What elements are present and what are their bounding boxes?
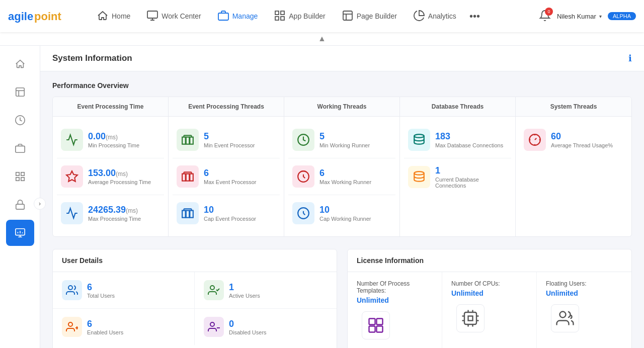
svg-rect-39 [182, 211, 186, 218]
total-users-icon [62, 280, 82, 300]
nav-workcenter[interactable]: Work Center [139, 6, 208, 27]
cap-working-label: Cap Working Runner [319, 216, 371, 222]
min-working-icon [292, 129, 314, 151]
section-header: System Information ℹ [40, 46, 644, 71]
avg-thread-label: Average Thread Usage% [551, 142, 613, 148]
svg-rect-2 [147, 11, 157, 18]
svg-text:agile: agile [8, 10, 33, 23]
perf-min-processing-val: 0.00(ms) [88, 131, 139, 142]
nav-home[interactable]: Home [90, 6, 137, 27]
avg-thread-icon [524, 129, 546, 151]
min-processing-icon-box [61, 129, 83, 151]
perf-avg-thread: 60 Average Thread Usage% [520, 122, 627, 158]
col-database-threads: Database Threads 183 Max Database Connec… [400, 97, 516, 236]
svg-rect-9 [343, 11, 352, 20]
svg-rect-62 [464, 312, 476, 324]
perf-max-processing: 24265.39(ms) Max Processing Time [57, 195, 164, 231]
svg-rect-59 [377, 319, 383, 325]
license-grid: Number Of Process Templates: Unlimited N… [348, 272, 631, 348]
enabled-users-num: 6 [87, 319, 123, 329]
sidebar-item-chart[interactable] [6, 79, 34, 105]
sidebar-item-grid[interactable] [6, 163, 34, 190]
user-details-title: User Details [53, 249, 337, 272]
svg-rect-17 [16, 172, 19, 176]
disabled-users-num: 0 [229, 319, 267, 329]
collapse-bar[interactable]: ▲ [0, 32, 644, 46]
svg-rect-28 [186, 137, 190, 144]
cap-working-icon [292, 202, 314, 224]
license-process-val: Unlimited [357, 296, 389, 304]
active-users-stat: 1 Active Users [195, 272, 337, 309]
user-menu[interactable]: Nilesh Kumar ▾ [557, 13, 602, 20]
max-event-label: Max Event Processor [204, 179, 257, 185]
disabled-users-stat: 0 Disabled Users [195, 309, 337, 345]
col-event-threads: Event Processing Threads 5 Min Event Pro… [169, 97, 284, 236]
chevron-up-icon: ▲ [318, 34, 326, 43]
sidebar-expand-button[interactable]: › [34, 198, 46, 210]
col-header-database: Database Threads [400, 97, 515, 117]
license-cpu-val: Unlimited [451, 289, 484, 297]
svg-rect-7 [275, 17, 279, 20]
max-event-val: 6 [204, 168, 257, 179]
col-header-event-threads: Event Processing Threads [169, 97, 284, 117]
perf-grid: Event Processing Time 0.00(ms) Min Proce… [52, 97, 632, 237]
sidebar-item-clock[interactable] [6, 107, 34, 133]
sidebar-item-lock[interactable] [6, 192, 34, 218]
col-header-system: System Threads [516, 97, 631, 117]
logo[interactable]: agile point [8, 7, 73, 25]
nav-items: Home Work Center Manage App Builder Page… [90, 6, 539, 27]
info-icon[interactable]: ℹ [628, 53, 632, 64]
total-users-num: 6 [87, 282, 115, 293]
cap-working-info: 10 Cap Working Runner [319, 205, 371, 222]
license-floating-icon-row [546, 299, 584, 337]
total-users-stat: 6 Total Users [53, 272, 195, 309]
perf-max-event: 6 Max Event Processor [173, 158, 280, 195]
svg-rect-16 [15, 146, 24, 152]
svg-point-49 [414, 171, 424, 175]
min-working-info: 5 Min Working Runner [319, 131, 370, 148]
sidebar-item-home[interactable] [6, 51, 34, 77]
svg-rect-29 [190, 137, 193, 144]
nav-more[interactable]: ••• [465, 7, 484, 26]
perf-cap-working: 10 Cap Working Runner [288, 195, 395, 231]
sidebar: › [0, 46, 40, 348]
max-working-icon [292, 165, 314, 188]
license-process-icon-row [357, 306, 395, 344]
nav-manage[interactable]: Manage [210, 6, 265, 27]
cur-db-label: Current Database Connections [435, 177, 507, 189]
license-floating-val: Unlimited [546, 289, 578, 297]
license-process-icon-box [362, 311, 390, 339]
col-event-processing-time: Event Processing Time 0.00(ms) Min Proce… [53, 97, 169, 236]
license-info-card: License Information Number Of Process Te… [347, 249, 632, 348]
user-stats-grid: 6 Total Users 1 Active Users [53, 272, 337, 345]
sidebar-item-briefcase[interactable] [6, 135, 34, 161]
disabled-users-icon [204, 317, 224, 337]
nav-appbuilder[interactable]: App Builder [267, 6, 332, 27]
nav-pagebuilder[interactable]: Page Builder [335, 6, 404, 27]
cur-db-info: 1 Current Database Connections [435, 165, 507, 189]
svg-rect-60 [369, 326, 375, 332]
top-navigation: agile point Home Work Center Manage [0, 0, 644, 32]
nav-manage-label: Manage [232, 12, 258, 20]
license-cpus: Number Of CPUs: Unlimited [442, 272, 537, 348]
col-header-event-processing: Event Processing Time [53, 97, 168, 117]
cap-event-info: 10 Cap Event Processor [204, 205, 256, 222]
notification-button[interactable]: 0 [539, 10, 551, 23]
max-event-info: 6 Max Event Processor [204, 168, 257, 185]
svg-rect-20 [21, 178, 24, 181]
min-event-label: Min Event Processor [204, 142, 255, 148]
sidebar-item-monitor[interactable] [6, 220, 34, 246]
col-system-threads: System Threads 60 Average Thread Usage% [516, 97, 631, 236]
cap-event-label: Cap Event Processor [204, 216, 256, 222]
avg-thread-info: 60 Average Thread Usage% [551, 131, 613, 148]
col-working-threads: Working Threads 5 Min Working Runner [284, 97, 400, 236]
nav-analytics[interactable]: Analytics [406, 6, 463, 27]
alpha-badge: ALPHA [608, 12, 636, 20]
content-area: Performance Overview Event Processing Ti… [40, 71, 644, 348]
svg-rect-5 [275, 11, 279, 15]
perf-avg-processing-info: 153.00(ms) Average Processing Time [88, 168, 151, 185]
nav-appbuilder-label: App Builder [289, 12, 325, 20]
perf-avg-processing: 153.00(ms) Average Processing Time [57, 158, 164, 195]
main-layout: › System Information ℹ Performance Overv… [0, 46, 644, 348]
enabled-users-info: 6 Enabled Users [87, 319, 123, 335]
